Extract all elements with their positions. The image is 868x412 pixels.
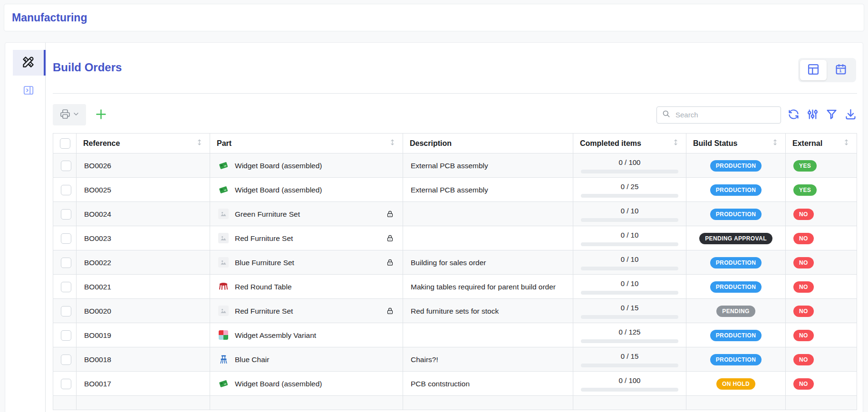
external-cell: NO [786,347,857,372]
description-cell: Building for sales order [403,250,573,275]
completed-items-cell: 0 / 15 [573,347,686,372]
external-cell: NO [786,299,857,323]
part-name: Green Furniture Set [235,208,300,220]
description-cell [403,226,573,250]
table-row[interactable]: BO0017Widget Board (assembled)PCB contst… [53,372,857,396]
table-row[interactable]: BO0018Blue ChairChairs?!0 / 15PRODUCTION… [53,347,857,372]
completed-items-cell: 0 / 100 [573,153,686,178]
build-orders-panel: Build Orders [5,42,863,412]
row-checkbox[interactable] [61,258,71,268]
build-status-cell: PRODUCTION [686,250,786,275]
build-status-cell: ON HOLD [686,372,786,396]
collapse-panel-icon [22,84,35,98]
search-input[interactable] [675,110,776,119]
table-row[interactable]: BO0023Red Furniture Set0 / 10PENDING APP… [53,226,857,250]
row-checkbox[interactable] [61,282,71,292]
column-header[interactable]: Reference [77,134,210,153]
table-row[interactable]: BO0020Red Furniture SetRed furniture set… [53,299,857,323]
external-cell: NO [786,323,857,347]
part-name: Red Round Table [235,281,292,293]
plus-icon [95,108,107,122]
lock-icon [386,259,395,267]
build-status-cell: PRODUCTION [686,153,786,178]
progress-value: 0 / 15 [581,303,678,313]
column-header[interactable]: Build Status [686,134,786,153]
reference-cell: BO0023 [77,226,210,250]
part-name: Red Furniture Set [235,232,293,244]
part-thumbnail-pcb-icon [218,160,229,171]
row-checkbox[interactable] [61,379,71,389]
download-button[interactable] [844,108,857,122]
column-header[interactable]: Completed items [573,134,686,153]
build-orders-table: ReferencePartDescriptionCompleted itemsB… [53,133,857,410]
sort-icon[interactable] [843,139,850,148]
description-cell: External PCB assembly [403,153,573,178]
print-actions-button[interactable] [53,104,86,125]
column-header-label: Description [410,139,452,148]
column-header-label: Build Status [693,139,737,148]
status-badge: PRODUCTION [710,354,762,365]
sort-icon[interactable] [772,139,779,148]
column-settings-button[interactable] [806,108,819,122]
completed-items-cell: 0 / 15 [573,299,686,323]
progress-bar [581,388,678,392]
table-row[interactable]: BO0025Widget Board (assembled)External P… [53,178,857,202]
part-name: Blue Chair [235,354,269,365]
external-badge: NO [793,209,814,220]
collapse-sidebar-button[interactable] [13,81,44,102]
table-row[interactable]: BO0024Green Furniture Set0 / 10PRODUCTIO… [53,202,857,226]
sort-icon[interactable] [196,139,203,148]
select-all-checkbox[interactable] [60,138,70,149]
part-cell: Widget Assembly Variant [210,323,403,347]
progress-bar [581,364,678,367]
row-checkbox[interactable] [61,330,71,341]
table-row[interactable]: BO0021Red Round TableMaking tables requi… [53,275,857,299]
part-name: Widget Board (assembled) [235,378,322,390]
part-thumbnail-red-table-icon [218,281,229,292]
table-row[interactable]: BO0022Blue Furniture SetBuilding for sal… [53,250,857,275]
progress-bar [581,170,678,173]
reference-cell: BO0026 [77,153,210,178]
refresh-button[interactable] [787,108,800,122]
progress-value: 0 / 10 [581,278,678,289]
row-checkbox[interactable] [61,161,71,171]
completed-items-cell: 0 / 10 [573,275,686,299]
column-header-label: Completed items [580,139,641,148]
table-view-icon [807,63,820,78]
sort-icon[interactable] [389,139,396,148]
table-row[interactable] [53,396,857,410]
column-header-label: Part [217,139,231,148]
calendar-view-button[interactable]: 1 [828,60,854,80]
filter-button[interactable] [825,108,838,122]
tab-build-orders[interactable] [13,50,44,76]
add-build-order-button[interactable] [95,108,107,122]
external-badge: NO [793,233,814,244]
part-cell: Widget Board (assembled) [210,153,403,178]
progress-bar [581,339,678,343]
external-cell: NO [786,250,857,275]
row-checkbox[interactable] [61,185,71,195]
row-checkbox[interactable] [61,306,71,316]
description-cell: Red furniture sets for stock [403,299,573,323]
row-checkbox[interactable] [61,233,71,244]
search-box [656,106,781,124]
table-row[interactable]: BO0019Widget Assembly Variant0 / 125PROD… [53,323,857,347]
column-header[interactable]: External [786,134,857,153]
progress-value: 0 / 15 [581,351,678,362]
progress-bar [581,194,678,198]
row-checkbox[interactable] [61,209,71,220]
table-view-button[interactable] [800,60,827,80]
progress-bar [581,291,678,295]
progress-bar [581,267,678,270]
part-cell: Red Furniture Set [210,226,403,250]
svg-text:1: 1 [839,68,841,73]
external-badge: NO [793,306,814,317]
status-badge: PRODUCTION [710,257,762,268]
description-cell: Making tables required for parent build … [403,275,573,299]
external-badge: YES [793,160,817,172]
sort-icon[interactable] [672,139,679,148]
table-row[interactable]: BO0026Widget Board (assembled)External P… [53,153,857,178]
row-checkbox[interactable] [61,355,71,365]
column-header[interactable]: Part [210,134,403,153]
build-status-cell: PRODUCTION [686,323,786,347]
